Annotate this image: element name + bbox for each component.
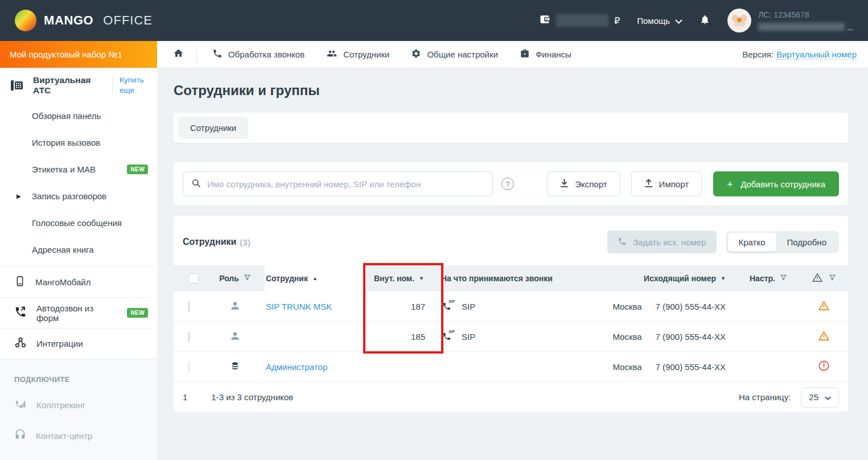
sidebar-item-call-recording[interactable]: ▶ Запись разговоров bbox=[0, 183, 157, 210]
help-menu[interactable]: Помощь bbox=[637, 16, 682, 26]
outgoing-number: 7 (900) 555-44-XX bbox=[656, 332, 726, 342]
select-all-checkbox[interactable] bbox=[188, 273, 199, 284]
per-page-select[interactable]: 25 bbox=[801, 387, 839, 408]
employees-table-card: Сотрудники (3) Задать исх. номер Кратко … bbox=[174, 216, 848, 412]
warning-triangle-icon bbox=[818, 300, 830, 313]
toggle-brief[interactable]: Кратко bbox=[728, 233, 776, 252]
column-label: Роль bbox=[219, 274, 239, 283]
help-question-icon[interactable]: ? bbox=[501, 178, 514, 190]
column-label: Исходящий номер bbox=[644, 274, 716, 283]
balance-widget[interactable]: ₽ bbox=[539, 14, 620, 27]
nav-item-label: Финансы bbox=[536, 50, 571, 59]
office-phone-icon bbox=[10, 79, 25, 92]
connect-section: ПОДКЛЮЧИТЕ Коллтрекинг Контакт-центр bbox=[0, 359, 157, 460]
version-link[interactable]: Виртуальный номер bbox=[776, 50, 857, 60]
row-checkbox[interactable] bbox=[188, 301, 190, 312]
buy-more-link[interactable]: Купить еще bbox=[120, 75, 150, 95]
sip-phone-icon: SIP bbox=[442, 332, 456, 341]
pagination-summary: 1-3 из 3 сотрудников bbox=[211, 392, 293, 402]
sidebar-item-autodial-forms[interactable]: Автодозвон из форм NEW bbox=[0, 298, 157, 328]
home-button[interactable] bbox=[165, 48, 192, 61]
plus-icon: + bbox=[727, 179, 733, 190]
tab-employees[interactable]: Сотрудники bbox=[178, 117, 248, 139]
column-label: Внут. ном. bbox=[374, 274, 414, 283]
sidebar-item-label: История вызовов bbox=[32, 138, 100, 147]
sidebar-item-dashboard[interactable]: Обзорная панель bbox=[0, 102, 157, 129]
avatar bbox=[727, 9, 751, 32]
download-icon bbox=[560, 179, 569, 190]
sort-asc-icon[interactable]: ▲ bbox=[312, 276, 318, 281]
nav-item-employees[interactable]: Сотрудники bbox=[326, 48, 389, 60]
headset-icon bbox=[14, 429, 26, 442]
sidebar: Виртуальная АТС Купить еще Обзорная пане… bbox=[0, 68, 157, 460]
nav-divider bbox=[196, 47, 197, 63]
toggle-detailed[interactable]: Подробно bbox=[776, 233, 837, 252]
import-button[interactable]: Импорт bbox=[631, 171, 702, 196]
column-header-employee[interactable]: Сотрудник ▲ bbox=[265, 265, 367, 291]
sidebar-item-voicemail[interactable]: Голосовые сообщения bbox=[0, 210, 157, 236]
table-header-row: Роль Сотрудник ▲ Внут. ном. ▼ На bbox=[174, 265, 848, 291]
row-error[interactable] bbox=[800, 360, 848, 373]
export-button[interactable]: Экспорт bbox=[547, 171, 620, 196]
export-label: Экспорт bbox=[575, 179, 607, 189]
receive-type: SIP bbox=[462, 302, 475, 311]
search-field[interactable] bbox=[183, 171, 493, 196]
city: Москва bbox=[612, 302, 641, 311]
user-role-icon bbox=[229, 300, 241, 313]
nav-item-call-handling[interactable]: Обработка звонков bbox=[212, 48, 305, 60]
column-header-warnings[interactable] bbox=[800, 265, 848, 291]
filter-funnel-icon[interactable] bbox=[829, 274, 836, 283]
sidebar-item-call-history[interactable]: История вызовов bbox=[0, 129, 157, 156]
pagination-bar: 1 1-3 из 3 сотрудников На страницу: 25 bbox=[174, 382, 848, 412]
employee-link[interactable]: Администратор bbox=[265, 362, 327, 372]
sort-desc-icon[interactable]: ▼ bbox=[419, 276, 424, 281]
column-header-settings[interactable]: Настр. bbox=[737, 265, 800, 291]
nav-item-finance[interactable]: Финансы bbox=[520, 48, 571, 60]
admin-role-icon bbox=[230, 360, 240, 373]
integrations-icon bbox=[14, 336, 27, 351]
current-page[interactable]: 1 bbox=[183, 392, 187, 402]
gear-icon bbox=[411, 48, 421, 60]
column-label: Настр. bbox=[750, 274, 775, 283]
sidebar-item-mangomobile[interactable]: МангоМобайл bbox=[0, 267, 157, 298]
brand-logo[interactable]: MANGO OFFICE bbox=[15, 10, 153, 31]
expand-arrow-icon[interactable]: ▶ bbox=[17, 193, 21, 199]
currency-symbol: ₽ bbox=[614, 15, 620, 26]
user-role-icon bbox=[229, 330, 241, 343]
internal-number: 187 bbox=[367, 302, 441, 311]
outgoing-number: 7 (900) 555-44-XX bbox=[656, 302, 726, 311]
add-employee-button[interactable]: + Добавить сотрудника bbox=[713, 171, 839, 196]
employee-link[interactable]: SIP TRUNK MSK bbox=[265, 302, 332, 311]
sidebar-item-etiquette-mab[interactable]: Этикетка и МАВ NEW bbox=[0, 156, 157, 183]
set-outgoing-number-button[interactable]: Задать исх. номер bbox=[607, 231, 716, 253]
city: Москва bbox=[612, 332, 641, 342]
phone-icon bbox=[212, 48, 223, 60]
nav-item-general-settings[interactable]: Общие настройки bbox=[411, 48, 498, 60]
search-input[interactable] bbox=[207, 179, 484, 189]
column-header-outgoing-number[interactable]: Исходящий номер ▼ bbox=[595, 265, 737, 291]
table-row: SIP TRUNK MSK 187 SIP SIP Москва 7 (900)… bbox=[174, 291, 848, 322]
column-header-calls-received: На что принимаются звонки bbox=[441, 265, 595, 291]
filter-funnel-icon[interactable] bbox=[244, 274, 251, 283]
filter-funnel-icon[interactable] bbox=[780, 274, 787, 283]
sidebar-item-integrations[interactable]: Интеграции bbox=[0, 328, 157, 359]
account-menu[interactable]: ЛС: 12345678 ... bbox=[727, 9, 853, 32]
nav-item-label: Общие настройки bbox=[427, 50, 498, 59]
notifications-button[interactable] bbox=[700, 14, 710, 28]
row-warning[interactable] bbox=[800, 330, 848, 343]
sort-desc-icon[interactable]: ▼ bbox=[721, 276, 726, 281]
phone-outgoing-icon bbox=[14, 306, 27, 320]
row-warning[interactable] bbox=[800, 300, 848, 313]
product-set-tab[interactable]: Мой продуктовый набор №1 bbox=[0, 41, 157, 68]
sidebar-item-address-book[interactable]: Адресная книга bbox=[0, 236, 157, 263]
mango-logo-icon bbox=[15, 10, 36, 31]
toolbar-card: ? Экспорт Импорт + Добавить сотрудника bbox=[174, 162, 848, 206]
brand-bold-text: MANGO bbox=[44, 13, 93, 28]
column-header-internal-number[interactable]: Внут. ном. ▼ bbox=[367, 265, 441, 291]
brand-light-text: OFFICE bbox=[103, 13, 153, 28]
row-checkbox[interactable] bbox=[188, 331, 190, 342]
home-icon bbox=[173, 48, 184, 61]
sidebar-item-calltracking[interactable]: Коллтрекинг bbox=[0, 389, 157, 420]
sidebar-item-contact-center[interactable]: Контакт-центр bbox=[0, 420, 157, 451]
column-header-role[interactable]: Роль bbox=[205, 265, 265, 291]
